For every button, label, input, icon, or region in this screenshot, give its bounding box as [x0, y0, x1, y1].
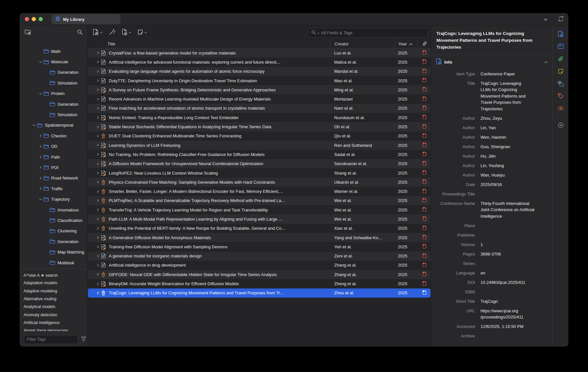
related-tab-button[interactable]	[556, 105, 565, 113]
field-value[interactable]: en	[481, 270, 550, 276]
expand-chevron-icon[interactable]	[95, 190, 101, 193]
chevron-down-icon[interactable]	[38, 198, 43, 201]
field-value[interactable]: 10.24963/ijcai.2025/411	[481, 279, 550, 286]
tag-item[interactable]: Atomic force microscopy	[20, 327, 88, 331]
chevron-down-icon[interactable]	[38, 92, 43, 95]
expand-chevron-icon[interactable]	[95, 107, 101, 110]
filter-tags-input[interactable]	[24, 335, 78, 344]
item-row[interactable]: Unveiling the Potential of BERT-family: …	[88, 224, 431, 233]
field-value[interactable]: Zhou, Zeyu	[481, 115, 550, 122]
field-value[interactable]: TrajCogn	[481, 298, 550, 305]
info-tab-button[interactable]	[556, 30, 565, 39]
expand-chevron-icon[interactable]	[95, 264, 101, 267]
expand-chevron-icon[interactable]	[95, 245, 101, 248]
field-value[interactable]: Lin, Youfang	[481, 163, 550, 169]
item-row[interactable]: No Training, No Problem: Rethinking Clas…	[88, 150, 431, 159]
tag-item[interactable]: Analytical models	[20, 303, 88, 311]
expand-chevron-icon[interactable]	[95, 98, 101, 101]
column-header-title[interactable]: Title	[88, 39, 330, 48]
collection-item-multitask[interactable]: Multitask	[20, 257, 88, 268]
item-row[interactable]: Smarter, Better, Faster, Longer: A Moder…	[88, 187, 431, 196]
item-row[interactable]: A Survey on Future Frame Synthesis: Brid…	[88, 85, 431, 94]
item-row[interactable]: TransferTraj: A Vehicle Trajectory Learn…	[88, 205, 431, 214]
item-row[interactable]: DIFFODE: Neural ODE with Differentiable …	[88, 270, 431, 279]
item-row[interactable]: Artificial intelligence for advanced fun…	[88, 57, 431, 67]
expand-chevron-icon[interactable]	[95, 79, 101, 82]
field-value[interactable]: Hu, Jilin	[481, 153, 550, 160]
minimize-button[interactable]	[32, 17, 36, 21]
collection-item-protein[interactable]: Protein	[20, 88, 88, 99]
tag-item[interactable]: Artificial Intelligence	[20, 319, 88, 327]
expand-chevron-icon[interactable]	[95, 199, 101, 202]
field-value[interactable]	[481, 260, 550, 267]
field-value[interactable]: Wan, Huaiyu	[481, 172, 550, 178]
chevron-right-icon[interactable]	[38, 134, 43, 137]
item-row[interactable]: Nomic Embed: Training a Reproducible Lon…	[88, 113, 431, 122]
collection-item-simulation[interactable]: Simulation	[20, 109, 88, 120]
field-value[interactable]: Conference Paper	[481, 71, 550, 77]
column-header-attachment[interactable]	[417, 39, 432, 48]
field-value[interactable]	[481, 333, 550, 339]
field-value[interactable]: Guo, Shengnan	[481, 144, 550, 150]
libraries-collections-tab-button[interactable]	[556, 80, 565, 88]
field-value[interactable]: 2025/09/16	[481, 181, 550, 188]
expand-chevron-icon[interactable]	[95, 153, 101, 156]
item-row[interactable]: Stable Neural Stochastic Differential Eq…	[88, 122, 431, 131]
collection-item-clustering[interactable]: Clustering	[20, 226, 88, 236]
expand-chevron-icon[interactable]	[95, 171, 101, 175]
collection-search-button[interactable]	[77, 29, 83, 36]
expand-chevron-icon[interactable]	[95, 125, 101, 129]
item-row[interactable]: Evaluating large language model agents f…	[88, 67, 431, 76]
collection-item-generation[interactable]: Generation	[20, 99, 88, 109]
add-by-identifier-button[interactable]	[106, 27, 118, 39]
item-row[interactable]: Training-free Diffusion Model Alignment …	[88, 242, 431, 251]
close-button[interactable]	[25, 17, 29, 21]
tag-item[interactable]: Adaptation models	[20, 279, 88, 287]
item-row[interactable]: PLMTrajRec: A Scalable and Generalizable…	[88, 196, 431, 205]
collection-item-map-matching[interactable]: Map Matching	[20, 247, 88, 257]
search-scope-chevron-down-icon[interactable]	[317, 30, 319, 36]
field-value[interactable]: 1	[481, 241, 550, 248]
collection-item-traffic[interactable]: Traffic	[20, 183, 88, 194]
chevron-down-icon[interactable]	[38, 60, 43, 64]
item-row[interactable]: A Diffusion Model Framework for Unsuperv…	[88, 159, 431, 168]
collection-item-od[interactable]: OD	[20, 141, 88, 152]
expand-chevron-icon[interactable]	[95, 236, 101, 239]
collection-item-generation[interactable]: Generation	[20, 67, 88, 78]
add-attachment-button[interactable]	[118, 27, 135, 39]
field-value[interactable]: Lin, Yan	[481, 125, 550, 131]
chevron-right-icon[interactable]	[38, 187, 43, 190]
collection-item-poi[interactable]: POI	[20, 162, 88, 173]
expand-chevron-icon[interactable]	[95, 273, 101, 276]
item-row-selected[interactable]: TrajCogn: Leveraging LLMs for Cognizing …	[88, 288, 431, 298]
field-value[interactable]: 3698-3706	[481, 251, 550, 257]
field-value[interactable]	[481, 191, 550, 197]
column-header-creator[interactable]: Creator	[330, 39, 395, 48]
tag-item[interactable]: Adaptive modeling	[20, 287, 88, 295]
new-item-button[interactable]	[90, 27, 106, 39]
item-row[interactable]: DutyTTE: Deciphering Uncertainty in Orig…	[88, 76, 431, 85]
sync-button[interactable]	[553, 13, 568, 25]
info-section-header[interactable]: Info	[431, 55, 552, 68]
field-value[interactable]: https://www.ijcai.org /proceedings/2025/…	[481, 308, 550, 320]
expand-chevron-icon[interactable]	[95, 60, 101, 64]
item-row[interactable]: BinaryDM: Accurate Weight Binarization f…	[88, 279, 431, 288]
item-row[interactable]: A generative model for inorganic materia…	[88, 252, 431, 261]
expand-chevron-icon[interactable]	[95, 162, 101, 165]
locate-button[interactable]	[556, 121, 565, 130]
expand-chevron-icon[interactable]	[95, 291, 101, 295]
collection-item-anomalous[interactable]: Anomalous	[20, 205, 88, 215]
expand-chevron-icon[interactable]	[95, 208, 101, 211]
notes-tab-button[interactable]	[556, 68, 565, 76]
column-header-year[interactable]: Year	[395, 39, 417, 48]
abstract-tab-button[interactable]	[556, 43, 565, 51]
collection-item-path[interactable]: Path	[20, 152, 88, 162]
expand-chevron-icon[interactable]	[95, 217, 101, 221]
chevron-down-icon[interactable]	[31, 124, 37, 127]
zoom-button[interactable]	[39, 17, 43, 21]
collection-item-math[interactable]: Math	[20, 46, 88, 56]
item-row[interactable]: Learning Dynamics of LLM FinetuningRen a…	[88, 141, 431, 150]
field-value[interactable]: Thirty-Fourth International Joint Confer…	[481, 200, 550, 220]
expand-chevron-icon[interactable]	[95, 134, 101, 138]
expand-chevron-icon[interactable]	[95, 227, 101, 230]
